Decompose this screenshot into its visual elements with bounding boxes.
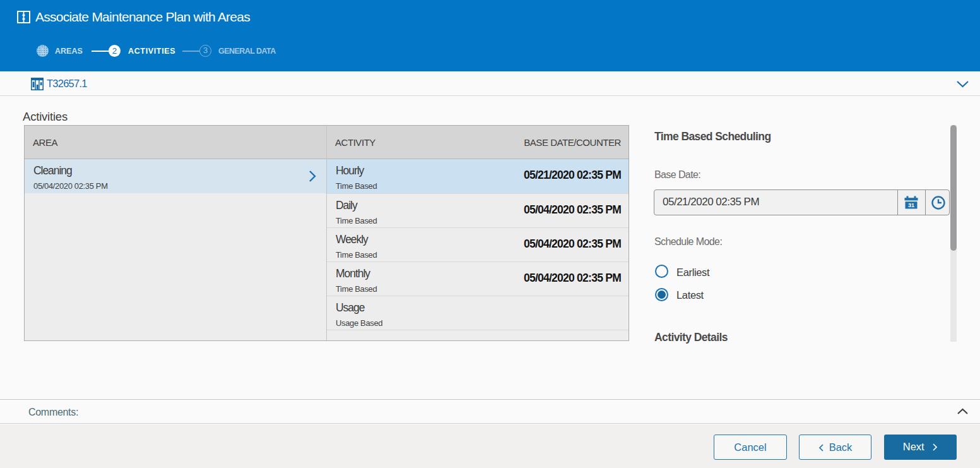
svg-text:31: 31 bbox=[908, 202, 914, 208]
